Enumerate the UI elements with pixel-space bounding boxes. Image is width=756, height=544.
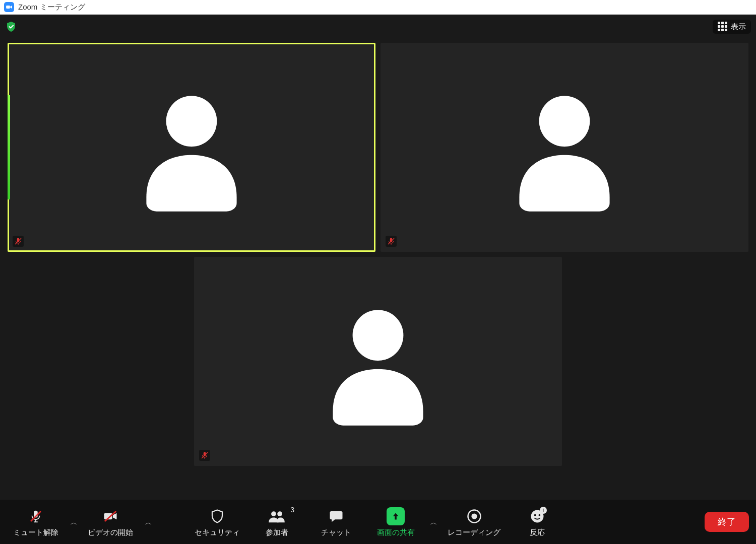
encryption-shield-icon[interactable] — [5, 21, 17, 33]
video-off-icon — [102, 508, 119, 525]
svg-point-9 — [353, 310, 404, 361]
video-options-chevron[interactable]: 〈 — [140, 515, 155, 528]
window-titlebar: Zoom ミーティング — [0, 0, 756, 15]
svg-point-24 — [534, 514, 536, 516]
view-button[interactable]: 表示 — [713, 20, 751, 34]
meeting-toolbar: ミュート解除 〈 ビデオの開始 〈 セキュリティ — [0, 500, 756, 544]
record-label: レコーディング — [448, 528, 500, 537]
participants-button[interactable]: 3 参加者 — [248, 505, 305, 539]
chat-label: チャット — [321, 528, 351, 537]
share-options-chevron[interactable]: 〈 — [425, 515, 440, 528]
mic-muted-icon — [28, 508, 43, 525]
security-label: セキュリティ — [195, 528, 240, 537]
chat-icon — [328, 508, 344, 525]
unmute-label: ミュート解除 — [13, 528, 58, 537]
mic-muted-icon — [13, 236, 24, 247]
svg-rect-0 — [6, 6, 10, 9]
svg-point-20 — [277, 511, 282, 516]
share-label: 画面の共有 — [377, 528, 415, 537]
zoom-app-icon — [4, 2, 14, 12]
start-video-button[interactable]: ビデオの開始 — [82, 505, 139, 539]
smile-icon: + — [530, 508, 545, 525]
share-screen-button[interactable]: 画面の共有 — [367, 505, 424, 539]
participant-tile[interactable] — [381, 43, 748, 252]
avatar-icon — [307, 290, 449, 433]
svg-point-1 — [166, 96, 217, 147]
participants-label: 参加者 — [266, 528, 288, 537]
meeting-header: 表示 — [0, 15, 756, 39]
view-label: 表示 — [731, 22, 746, 32]
shield-icon — [210, 508, 225, 525]
mic-muted-icon — [386, 236, 397, 247]
end-meeting-button[interactable]: 終了 — [705, 512, 749, 532]
unmute-button[interactable]: ミュート解除 — [7, 505, 65, 539]
participant-tile[interactable] — [8, 43, 375, 252]
window-title: Zoom ミーティング — [18, 3, 85, 12]
audio-options-chevron[interactable]: 〈 — [66, 515, 81, 528]
avatar-icon — [121, 76, 262, 219]
svg-point-22 — [471, 513, 477, 519]
security-button[interactable]: セキュリティ — [188, 505, 246, 539]
video-gallery — [0, 39, 756, 500]
chat-button[interactable]: チャット — [307, 505, 365, 539]
reactions-label: 反応 — [530, 528, 545, 537]
svg-point-25 — [539, 514, 541, 516]
svg-point-5 — [539, 96, 590, 147]
avatar-icon — [494, 76, 635, 219]
video-label: ビデオの開始 — [88, 528, 133, 537]
record-button[interactable]: レコーディング — [442, 505, 507, 539]
participant-count: 3 — [290, 506, 294, 514]
zoom-window: Zoom ミーティング 表示 — [0, 0, 756, 544]
people-icon — [268, 508, 285, 525]
participant-tile[interactable] — [194, 257, 562, 466]
record-icon — [467, 508, 482, 525]
plus-badge-icon: + — [540, 507, 547, 514]
end-label: 終了 — [718, 517, 736, 527]
reactions-button[interactable]: + 反応 — [509, 505, 566, 539]
grid-view-icon — [718, 22, 728, 32]
meeting-area: 表示 — [0, 15, 756, 544]
svg-point-19 — [271, 511, 276, 516]
share-screen-icon — [387, 508, 405, 525]
mic-muted-icon — [199, 450, 210, 461]
